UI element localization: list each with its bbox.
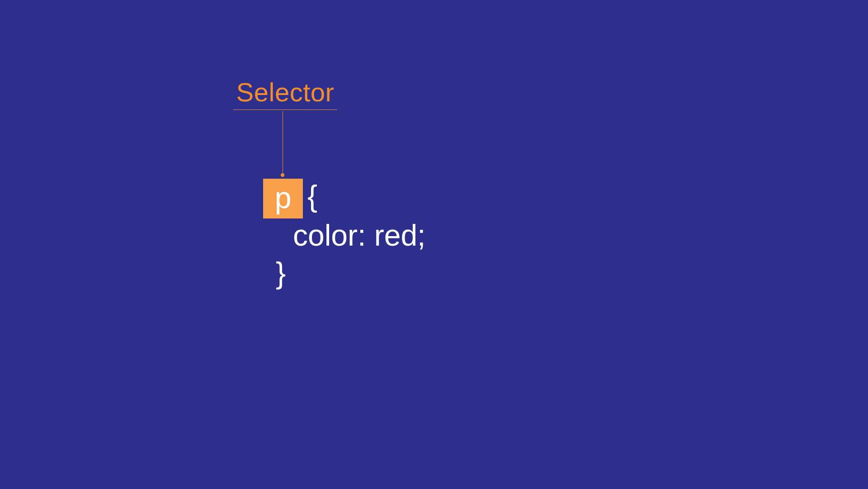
css-declaration: color: red; <box>293 218 425 252</box>
selector-highlight: p <box>263 179 303 218</box>
css-close-brace: } <box>276 256 286 290</box>
annotation-label: Selector <box>233 77 337 107</box>
css-selector: p <box>275 183 292 213</box>
connector-dot <box>281 173 284 177</box>
annotation-label-container: Selector <box>233 77 337 110</box>
connector-line <box>283 111 283 175</box>
css-open-brace: { <box>307 179 317 213</box>
annotation-underline <box>233 109 337 110</box>
